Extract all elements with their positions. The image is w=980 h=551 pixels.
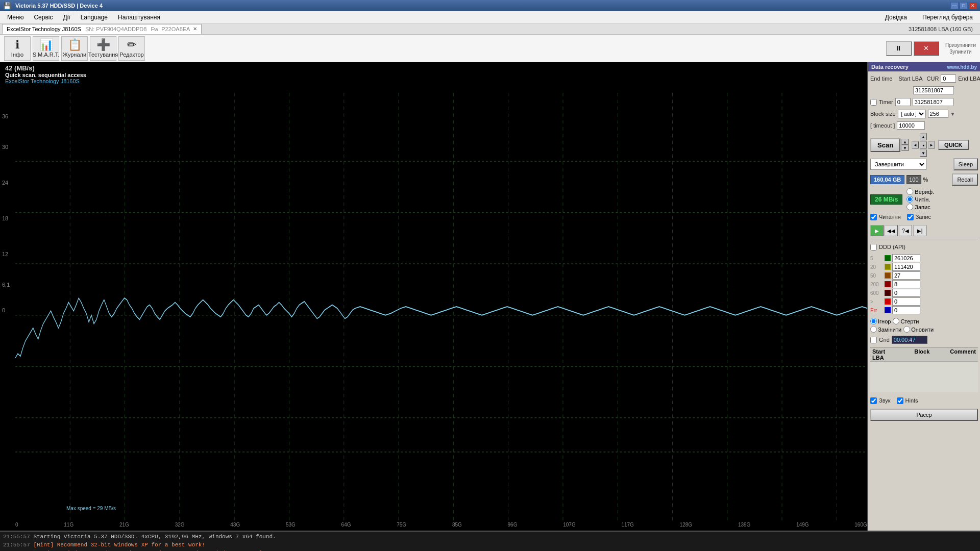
minimize-button[interactable]: — <box>950 2 959 9</box>
tab-close-button[interactable]: ✕ <box>193 26 197 32</box>
scan-row: Scan ▲ ▼ ▲ ▼ ◄ ► ● QUICK <box>870 133 978 157</box>
x-label-107g: 107G <box>563 522 575 528</box>
x-label-32g: 32G <box>175 522 185 528</box>
menu-item-language[interactable]: Language <box>76 13 113 22</box>
speed-row: 26 MB/s Вериф. Читін. Запис <box>870 188 978 210</box>
sector-count-2[interactable] <box>892 271 920 280</box>
reading-checkbox[interactable] <box>870 214 877 220</box>
scan-up-arrow[interactable]: ▲ <box>901 139 909 145</box>
complete-select[interactable]: Завершити Перезапустити <box>870 159 926 170</box>
sector-count-err[interactable] <box>892 306 920 314</box>
nav-left-button[interactable]: ◄ <box>912 141 919 148</box>
menu-item-menu[interactable]: Меню <box>2 13 29 22</box>
menu-item-buffer[interactable]: Перегляд буфера <box>917 13 978 22</box>
dr-header: Data recovery www.hdd.by <box>868 62 980 71</box>
window-controls: — □ ✕ <box>950 2 977 9</box>
close-button[interactable]: ✕ <box>969 2 977 9</box>
ddd-checkbox[interactable] <box>870 244 877 251</box>
pasp-area: Расср <box>870 409 978 421</box>
sector-row-3: 200 <box>870 280 978 288</box>
timeout-input[interactable] <box>897 121 925 130</box>
toolbar-editor-button[interactable]: ✏ Редактор <box>118 36 145 61</box>
nav-center-button[interactable]: ● <box>920 141 927 148</box>
menu-item-settings[interactable]: Налаштування <box>113 13 165 22</box>
toolbar-smart-label: S.M.A.R.T. <box>33 52 60 58</box>
timer-input[interactable] <box>895 98 911 106</box>
nav-down-button[interactable]: ▼ <box>920 149 927 157</box>
toolbar-journals-button[interactable]: 📋 Журнали <box>61 36 88 61</box>
timer-checkbox[interactable] <box>870 99 877 106</box>
sector-count-3[interactable] <box>892 280 920 288</box>
pause-button[interactable]: ⏸ <box>886 41 912 56</box>
update-radio[interactable] <box>903 326 910 333</box>
chart-header: 42 (MB/s) Quick scan, sequential access … <box>5 64 86 84</box>
end-time-row: End time Start LBA CUR End LBA MAX <box>870 73 978 84</box>
cur-value-input[interactable] <box>941 74 956 83</box>
scan-down-arrow[interactable]: ▼ <box>901 145 909 151</box>
verif-radio[interactable] <box>906 188 913 195</box>
log-area[interactable]: 21:55:57 Starting Victoria 5.37 HDD/SSD.… <box>0 531 980 551</box>
menu-item-service[interactable]: Сервіс <box>29 13 58 22</box>
nav-right-button[interactable]: ► <box>928 141 935 148</box>
x-label-160g: 160G <box>854 522 867 528</box>
scan-button[interactable]: Scan <box>870 138 900 152</box>
menu-item-help[interactable]: Довідка <box>880 13 912 22</box>
sector-color-0 <box>885 255 891 261</box>
x-label-64g: 64G <box>341 522 351 528</box>
menu-item-actions[interactable]: Дії <box>58 13 76 22</box>
quick-button[interactable]: QUICK <box>938 140 968 150</box>
col-start-lba: Start LBA <box>872 348 894 361</box>
chart-speed: 42 (MB/s) <box>5 64 86 72</box>
separator-1 <box>870 239 978 239</box>
tab-fw: Fw: P22OA8EA <box>151 26 190 32</box>
toolbar-smart-button[interactable]: 📊 S.M.A.R.T. <box>33 36 59 61</box>
sector-count-0[interactable] <box>892 254 920 262</box>
maximize-button[interactable]: □ <box>960 2 968 9</box>
x-label-75g: 75G <box>397 522 406 528</box>
erase-label: Стерти <box>900 318 919 324</box>
step-button[interactable]: ?◀ <box>899 225 912 236</box>
sector-color-err <box>885 307 891 313</box>
main-content: 42 (MB/s) Quick scan, sequential access … <box>0 62 980 531</box>
sound-checkbox[interactable] <box>870 397 877 404</box>
ignore-radio[interactable] <box>870 318 877 324</box>
toolbar-info-button[interactable]: ℹ Інфо <box>4 36 31 61</box>
log-table-header: Start LBA Block Comment <box>870 348 978 362</box>
toolbar-testing-button[interactable]: ➕ Тестування <box>90 36 116 61</box>
y-label-36: 36 <box>2 113 8 119</box>
play-button[interactable]: ▶ <box>870 225 884 236</box>
x-label-43g: 43G <box>230 522 240 528</box>
end-lba-input[interactable] <box>913 86 954 94</box>
sector-threshold-err: Err <box>870 308 883 313</box>
title-bar: 💾 Victoria 5.37 HDD/SSD | Device 4 — □ ✕ <box>0 0 980 11</box>
replace-radio-item: Замінити <box>870 326 901 333</box>
sector-count-4[interactable] <box>892 289 920 297</box>
tab-device-label: ExcelStor Technology J8160S <box>7 26 81 32</box>
grid-time-input[interactable] <box>892 336 927 344</box>
recall-button[interactable]: Recall <box>952 173 978 186</box>
hints-checkbox[interactable] <box>897 397 903 404</box>
block-size-input[interactable] <box>928 110 948 118</box>
writing-checkbox[interactable] <box>907 214 914 220</box>
reading-label: Читання <box>879 214 901 220</box>
auto-select[interactable]: [ auto ] 256 512 <box>898 110 926 118</box>
sector-count-1[interactable] <box>892 263 920 271</box>
max-speed-label: Max speed = 29 MB/s <box>66 506 116 511</box>
y-label-24: 24 <box>2 180 8 186</box>
sector-row-1: 20 <box>870 263 978 271</box>
stop-button[interactable]: ✕ <box>914 41 939 56</box>
pasp-button[interactable]: Расср <box>870 409 978 421</box>
end-button[interactable]: ▶| <box>913 225 926 236</box>
sector-count-5[interactable] <box>892 297 920 306</box>
grid-checkbox[interactable] <box>870 337 877 343</box>
erase-radio[interactable] <box>893 318 899 324</box>
journals-icon: 📋 <box>68 39 82 51</box>
chit-radio[interactable] <box>906 196 913 203</box>
tab-device[interactable]: ExcelStor Technology J8160S SN: PVF904Q4… <box>2 24 202 34</box>
zapis-radio[interactable] <box>906 204 913 210</box>
sleep-button[interactable]: Sleep <box>953 158 978 170</box>
timer-end-input[interactable] <box>913 98 953 106</box>
nav-up-button[interactable]: ▲ <box>920 133 927 140</box>
replace-radio[interactable] <box>870 326 877 333</box>
rewind-button[interactable]: ◀◀ <box>885 225 898 236</box>
